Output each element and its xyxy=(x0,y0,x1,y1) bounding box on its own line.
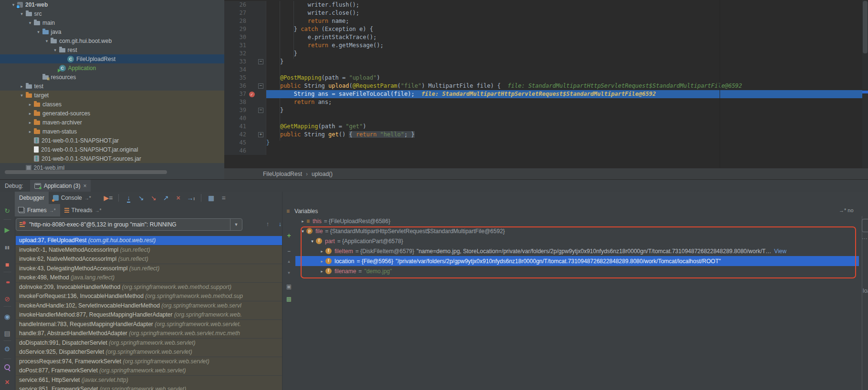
stack-frame[interactable]: invoke:498, Method (java.lang.reflect) xyxy=(16,273,282,282)
close-icon[interactable]: × xyxy=(0,378,14,387)
tree-horizontal-scrollbar[interactable] xyxy=(5,170,167,174)
tree-item[interactable]: ▾main xyxy=(0,18,224,27)
code-text[interactable]: @GetMapping(path = "get") xyxy=(266,123,868,131)
tree-expand-icon[interactable]: ▸ xyxy=(18,84,26,89)
settings-icon[interactable]: ⚙ xyxy=(0,344,14,354)
variable-expand-icon[interactable]: ▸ xyxy=(318,259,325,264)
debug-session-tab[interactable]: Application (3) × xyxy=(30,180,91,192)
code-text[interactable] xyxy=(266,147,868,155)
step-into-icon[interactable]: ↘ xyxy=(135,194,147,202)
tree-item[interactable]: 201-web-0.0.1-SNAPSHOT-sources.jar xyxy=(0,154,224,163)
code-text[interactable]: } xyxy=(266,50,868,58)
tree-item[interactable]: ▸test xyxy=(0,82,224,91)
frames-options-icon[interactable]: →* xyxy=(49,208,56,213)
variable-row[interactable]: ▸≡this= {FileUploadRest@6586} xyxy=(295,216,859,226)
tree-item[interactable]: Application xyxy=(0,63,224,72)
breadcrumb-method[interactable]: upload() xyxy=(312,171,333,177)
code-text[interactable]: public String get() { return "hello"; } xyxy=(266,131,868,139)
view-breakpoints-icon[interactable]: ●● xyxy=(0,277,14,287)
tree-item[interactable]: 201-web-0.0.1-SNAPSHOT.jar.original xyxy=(0,145,224,154)
tab-options-icon[interactable]: →* xyxy=(84,195,91,201)
fold-slot[interactable]: − xyxy=(256,106,265,114)
code-text[interactable]: } catch (Exception e) { xyxy=(266,25,868,33)
tree-item[interactable]: ▾target xyxy=(0,91,224,100)
tree-item[interactable]: ▾java xyxy=(0,27,224,36)
fold-collapse-icon[interactable]: − xyxy=(258,83,263,89)
thread-dropdown[interactable]: "http-nio-8080-exec-8"@5,132 in group "m… xyxy=(16,218,242,231)
stack-frame[interactable]: processRequest:974, FrameworkServlet (or… xyxy=(16,357,282,366)
fold-expand-icon[interactable]: + xyxy=(258,132,263,137)
code-text[interactable]: } xyxy=(266,106,868,114)
force-step-into-icon[interactable]: ↘ xyxy=(147,194,160,202)
variable-expand-icon[interactable]: ▾ xyxy=(309,239,316,244)
add-watch-icon[interactable]: + xyxy=(282,232,295,239)
stack-frame[interactable]: invoke:43, DelegatingMethodAccessorImpl … xyxy=(16,264,282,273)
tree-expand-icon[interactable]: ▸ xyxy=(26,129,34,134)
variable-row[interactable]: ▾fpart= {ApplicationPart@6578} xyxy=(295,236,859,246)
pin-icon[interactable] xyxy=(0,362,14,371)
stack-frame[interactable]: invokeAndHandle:102, ServletInvocableHan… xyxy=(16,301,282,310)
variable-expand-icon[interactable]: ▸ xyxy=(318,269,325,274)
preview-icon[interactable]: ▩ xyxy=(282,296,295,302)
show-execution-point-icon[interactable]: ▶≡ xyxy=(102,194,115,202)
pause-icon[interactable]: ▮▮ xyxy=(0,243,14,252)
stack-frame[interactable]: upload:37, FileUploadRest (com.git.hui.b… xyxy=(16,236,282,245)
variable-expand-icon[interactable]: ▸ xyxy=(299,219,306,224)
stack-frame[interactable]: invokeHandlerMethod:877, RequestMappingH… xyxy=(16,310,282,319)
evaluate-expression-icon[interactable]: ▦ xyxy=(205,194,218,202)
stack-frame[interactable]: doDispatch:991, DispatcherServlet (org.s… xyxy=(16,339,282,348)
layout-settings-icon[interactable]: ≡ xyxy=(218,194,230,202)
stack-frame[interactable]: invoke0:-1, NativeMethodAccessorImpl (su… xyxy=(16,246,282,255)
fold-slot[interactable]: − xyxy=(256,82,265,90)
tree-expand-icon[interactable]: ▾ xyxy=(52,48,59,52)
stack-frame[interactable]: handleInternal:783, RequestMappingHandle… xyxy=(16,320,282,329)
tree-item[interactable]: ▸maven-archiver xyxy=(0,118,224,127)
scroll-up-icon[interactable]: ▲ xyxy=(282,259,295,264)
threads-options-icon[interactable]: →* xyxy=(95,208,102,213)
tree-item[interactable]: ▸classes xyxy=(0,100,224,109)
code-text[interactable]: return ans; xyxy=(266,98,868,106)
tree-expand-icon[interactable]: ▸ xyxy=(26,102,34,107)
close-session-icon[interactable]: × xyxy=(83,183,86,189)
tree-item[interactable]: ▾com.git.hui.boot.web xyxy=(0,36,224,45)
code-text[interactable]: e.printStackTrace(); xyxy=(266,33,868,41)
breakpoint-icon[interactable]: ✓ xyxy=(249,92,255,97)
stack-frame[interactable]: service:851, FrameworkServlet (org.sprin… xyxy=(16,385,282,390)
variable-expand-icon[interactable]: ▾ xyxy=(299,229,306,234)
code-text[interactable]: return name; xyxy=(266,17,868,25)
tree-item[interactable]: ▸maven-status xyxy=(0,127,224,136)
step-out-icon[interactable]: ↗ xyxy=(160,194,172,202)
mute-breakpoints-icon[interactable]: ⊘ xyxy=(0,294,14,304)
stack-frame[interactable]: doPost:877, FrameworkServlet (org.spring… xyxy=(16,366,282,375)
frame-up-icon[interactable]: ↑ xyxy=(262,220,273,227)
tree-item[interactable]: ▸generated-sources xyxy=(0,109,224,118)
tree-expand-icon[interactable]: ▾ xyxy=(18,11,26,16)
stop-icon[interactable]: ■ xyxy=(0,260,14,269)
tab-debugger[interactable]: Debugger xyxy=(15,192,49,204)
editor-scrollbar-thumb[interactable] xyxy=(863,1,868,53)
tree-expand-icon[interactable]: ▾ xyxy=(43,39,51,43)
code-text[interactable]: } xyxy=(266,58,868,66)
tab-frames[interactable]: Frames →* xyxy=(15,204,60,216)
tab-threads[interactable]: Threads →* xyxy=(60,204,106,216)
code-text[interactable]: @PostMapping(path = "upload") xyxy=(266,74,868,82)
error-stripe-execution-mark[interactable] xyxy=(862,91,868,93)
fold-collapse-icon[interactable]: − xyxy=(258,59,263,64)
code-text[interactable]: public String upload(@RequestParam("file… xyxy=(266,82,868,90)
stack-frame[interactable]: doInvoke:209, InvocableHandlerMethod (or… xyxy=(16,283,282,292)
variable-row[interactable]: ▸ffileItem= {DiskFileItem@6579}"name=dem… xyxy=(295,246,859,256)
variable-row[interactable]: ▾pfile= {StandardMultipartHttpServletReq… xyxy=(295,226,859,236)
rerun-icon[interactable]: ↻ xyxy=(0,206,14,216)
tree-item[interactable]: resources xyxy=(0,72,224,82)
stack-frame[interactable]: handle:87, AbstractHandlerMethodAdapter … xyxy=(16,329,282,338)
tree-item[interactable]: FileUploadRest xyxy=(0,54,224,63)
variable-expand-icon[interactable]: ▸ xyxy=(318,249,325,254)
variable-row[interactable]: ▸ffilename="demo.jpg" xyxy=(295,266,859,276)
code-text[interactable]: return e.getMessage(); xyxy=(266,41,868,50)
stack-frame[interactable]: doService:925, DispatcherServlet (org.sp… xyxy=(16,348,282,357)
code-text[interactable] xyxy=(266,114,868,123)
tab-console[interactable]: Console →* xyxy=(49,192,95,204)
tree-item[interactable]: ▾201-web xyxy=(0,0,224,9)
tree-item[interactable]: 201-web-0.0.1-SNAPSHOT.jar xyxy=(0,136,224,145)
step-over-icon[interactable]: ↓ xyxy=(123,194,135,202)
